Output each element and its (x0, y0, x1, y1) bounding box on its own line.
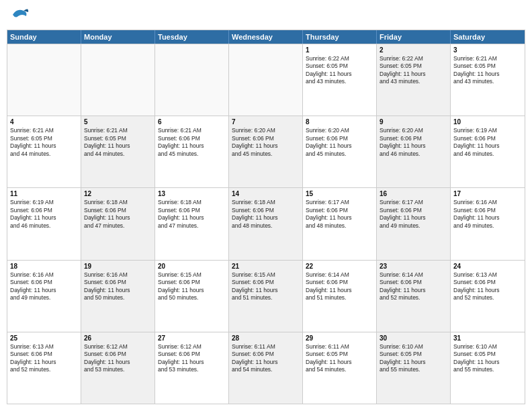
day-info: Sunrise: 6:12 AMSunset: 6:06 PMDaylight:… (158, 343, 226, 374)
day-info: Sunrise: 6:13 AMSunset: 6:06 PMDaylight:… (453, 271, 522, 302)
day-number: 20 (158, 263, 226, 270)
cal-cell: 26Sunrise: 6:12 AMSunset: 6:06 PMDayligh… (81, 332, 155, 404)
day-info: Sunrise: 6:18 AMSunset: 6:06 PMDaylight:… (158, 199, 226, 230)
day-number: 25 (10, 334, 78, 342)
cal-cell: 23Sunrise: 6:14 AMSunset: 6:06 PMDayligh… (377, 261, 451, 332)
cal-cell: 28Sunrise: 6:11 AMSunset: 6:06 PMDayligh… (229, 332, 303, 404)
day-info: Sunrise: 6:17 AMSunset: 6:06 PMDaylight:… (306, 199, 373, 230)
day-info: Sunrise: 6:18 AMSunset: 6:06 PMDaylight:… (84, 199, 152, 230)
day-info: Sunrise: 6:17 AMSunset: 6:06 PMDaylight:… (380, 199, 447, 230)
day-info: Sunrise: 6:20 AMSunset: 6:06 PMDaylight:… (380, 127, 447, 158)
cal-header-sunday: Sunday (7, 30, 81, 44)
day-info: Sunrise: 6:21 AMSunset: 6:05 PMDaylight:… (453, 55, 522, 86)
day-info: Sunrise: 6:20 AMSunset: 6:06 PMDaylight:… (232, 127, 300, 158)
cal-cell: 31Sunrise: 6:10 AMSunset: 6:05 PMDayligh… (451, 332, 525, 404)
cal-cell: 9Sunrise: 6:20 AMSunset: 6:06 PMDaylight… (377, 116, 451, 187)
day-number: 29 (306, 334, 373, 342)
day-number: 18 (10, 263, 78, 270)
day-info: Sunrise: 6:18 AMSunset: 6:06 PMDaylight:… (232, 199, 300, 230)
day-info: Sunrise: 6:13 AMSunset: 6:06 PMDaylight:… (10, 343, 78, 374)
cal-cell: 18Sunrise: 6:16 AMSunset: 6:06 PMDayligh… (7, 261, 81, 332)
day-info: Sunrise: 6:10 AMSunset: 6:05 PMDaylight:… (453, 343, 522, 374)
day-number: 4 (10, 118, 78, 126)
day-number: 28 (232, 334, 300, 342)
day-number: 26 (84, 334, 152, 342)
day-number: 24 (453, 263, 522, 270)
day-info: Sunrise: 6:19 AMSunset: 6:06 PMDaylight:… (10, 199, 78, 230)
cal-cell: 10Sunrise: 6:19 AMSunset: 6:06 PMDayligh… (451, 116, 525, 187)
cal-cell (81, 44, 155, 116)
day-number: 13 (158, 190, 226, 197)
day-number: 31 (453, 334, 522, 342)
cal-cell: 16Sunrise: 6:17 AMSunset: 6:06 PMDayligh… (377, 188, 451, 259)
day-info: Sunrise: 6:14 AMSunset: 6:06 PMDaylight:… (306, 271, 373, 302)
cal-cell: 13Sunrise: 6:18 AMSunset: 6:06 PMDayligh… (155, 188, 229, 259)
cal-header-saturday: Saturday (451, 30, 525, 44)
cal-cell: 2Sunrise: 6:22 AMSunset: 6:05 PMDaylight… (377, 44, 451, 116)
day-number: 3 (453, 46, 522, 54)
day-info: Sunrise: 6:15 AMSunset: 6:06 PMDaylight:… (158, 271, 226, 302)
cal-header-friday: Friday (377, 30, 451, 44)
cal-cell: 27Sunrise: 6:12 AMSunset: 6:06 PMDayligh… (155, 332, 229, 404)
cal-cell: 6Sunrise: 6:21 AMSunset: 6:06 PMDaylight… (155, 116, 229, 187)
calendar-header: SundayMondayTuesdayWednesdayThursdayFrid… (7, 30, 525, 44)
day-number: 19 (84, 263, 152, 270)
day-info: Sunrise: 6:19 AMSunset: 6:06 PMDaylight:… (453, 127, 522, 158)
day-number: 11 (10, 190, 78, 197)
cal-cell: 1Sunrise: 6:22 AMSunset: 6:05 PMDaylight… (303, 44, 377, 116)
cal-cell: 21Sunrise: 6:15 AMSunset: 6:06 PMDayligh… (229, 261, 303, 332)
day-number: 16 (380, 190, 447, 197)
header (7, 7, 525, 24)
day-info: Sunrise: 6:21 AMSunset: 6:06 PMDaylight:… (158, 127, 226, 158)
day-number: 2 (380, 46, 447, 54)
day-number: 6 (158, 118, 226, 126)
day-number: 17 (453, 190, 522, 197)
day-number: 9 (380, 118, 447, 126)
day-number: 22 (306, 263, 373, 270)
cal-row-3: 11Sunrise: 6:19 AMSunset: 6:06 PMDayligh… (7, 187, 525, 259)
day-number: 8 (306, 118, 373, 126)
day-number: 10 (453, 118, 522, 126)
cal-row-1: 1Sunrise: 6:22 AMSunset: 6:05 PMDaylight… (7, 44, 525, 116)
cal-cell: 11Sunrise: 6:19 AMSunset: 6:06 PMDayligh… (7, 188, 81, 259)
day-info: Sunrise: 6:21 AMSunset: 6:05 PMDaylight:… (10, 127, 78, 158)
day-info: Sunrise: 6:15 AMSunset: 6:06 PMDaylight:… (232, 271, 300, 302)
day-number: 14 (232, 190, 300, 197)
cal-header-wednesday: Wednesday (229, 30, 303, 44)
cal-cell: 25Sunrise: 6:13 AMSunset: 6:06 PMDayligh… (7, 332, 81, 404)
day-number: 23 (380, 263, 447, 270)
day-number: 15 (306, 190, 373, 197)
cal-cell: 20Sunrise: 6:15 AMSunset: 6:06 PMDayligh… (155, 261, 229, 332)
cal-cell: 22Sunrise: 6:14 AMSunset: 6:06 PMDayligh… (303, 261, 377, 332)
day-number: 30 (380, 334, 447, 342)
cal-cell: 5Sunrise: 6:21 AMSunset: 6:05 PMDaylight… (81, 116, 155, 187)
cal-cell (229, 44, 303, 116)
day-number: 5 (84, 118, 152, 126)
day-info: Sunrise: 6:16 AMSunset: 6:06 PMDaylight:… (10, 271, 78, 302)
cal-cell: 15Sunrise: 6:17 AMSunset: 6:06 PMDayligh… (303, 188, 377, 259)
cal-header-monday: Monday (81, 30, 155, 44)
cal-row-5: 25Sunrise: 6:13 AMSunset: 6:06 PMDayligh… (7, 332, 525, 404)
calendar-body: 1Sunrise: 6:22 AMSunset: 6:05 PMDaylight… (7, 44, 525, 404)
day-number: 21 (232, 263, 300, 270)
cal-header-tuesday: Tuesday (155, 30, 229, 44)
cal-cell: 7Sunrise: 6:20 AMSunset: 6:06 PMDaylight… (229, 116, 303, 187)
day-info: Sunrise: 6:14 AMSunset: 6:06 PMDaylight:… (380, 271, 447, 302)
logo (7, 7, 29, 24)
logo-bird-icon (10, 7, 29, 24)
cal-cell: 30Sunrise: 6:10 AMSunset: 6:05 PMDayligh… (377, 332, 451, 404)
cal-cell: 4Sunrise: 6:21 AMSunset: 6:05 PMDaylight… (7, 116, 81, 187)
day-info: Sunrise: 6:16 AMSunset: 6:06 PMDaylight:… (84, 271, 152, 302)
day-info: Sunrise: 6:16 AMSunset: 6:06 PMDaylight:… (453, 199, 522, 230)
cal-header-thursday: Thursday (303, 30, 377, 44)
day-number: 27 (158, 334, 226, 342)
page: SundayMondayTuesdayWednesdayThursdayFrid… (0, 0, 532, 411)
day-number: 12 (84, 190, 152, 197)
day-info: Sunrise: 6:11 AMSunset: 6:05 PMDaylight:… (306, 343, 373, 374)
day-info: Sunrise: 6:22 AMSunset: 6:05 PMDaylight:… (306, 55, 373, 86)
day-info: Sunrise: 6:10 AMSunset: 6:05 PMDaylight:… (380, 343, 447, 374)
cal-cell: 24Sunrise: 6:13 AMSunset: 6:06 PMDayligh… (451, 261, 525, 332)
cal-row-4: 18Sunrise: 6:16 AMSunset: 6:06 PMDayligh… (7, 260, 525, 332)
cal-cell: 12Sunrise: 6:18 AMSunset: 6:06 PMDayligh… (81, 188, 155, 259)
day-info: Sunrise: 6:22 AMSunset: 6:05 PMDaylight:… (380, 55, 447, 86)
